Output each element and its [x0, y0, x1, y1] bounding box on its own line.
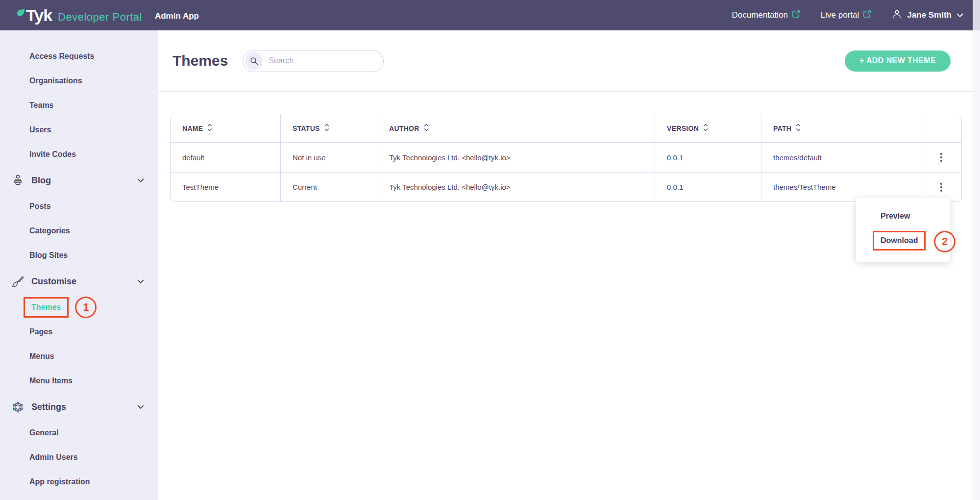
- search-icon: [245, 52, 263, 70]
- column-label: VERSION: [667, 125, 699, 132]
- logo-subtitle: Developer Portal: [58, 11, 142, 24]
- user-menu[interactable]: Jane Smith: [892, 9, 963, 22]
- chevron-down-icon: [137, 405, 144, 409]
- kebab-menu-icon[interactable]: [934, 179, 948, 196]
- blog-icon: [10, 174, 25, 187]
- external-link-icon: [863, 10, 871, 21]
- user-icon: [892, 9, 902, 22]
- user-name: Jane Smith: [907, 10, 952, 20]
- add-new-theme-button[interactable]: + ADD NEW THEME: [845, 50, 951, 72]
- chevron-down-icon: [137, 279, 144, 284]
- sidebar-item-themes[interactable]: Themes 1: [0, 295, 158, 320]
- sidebar-item-users[interactable]: Users: [0, 118, 158, 142]
- cell-version: 0.0.1: [655, 173, 761, 201]
- page-title: Themes: [172, 52, 228, 69]
- sidebar-item-menu-items[interactable]: Menu Items: [0, 369, 158, 393]
- column-header-name[interactable]: NAME: [171, 114, 281, 142]
- sidebar-item-access-requests[interactable]: Access Requests: [0, 44, 158, 69]
- kebab-menu-icon[interactable]: [934, 149, 948, 166]
- sidebar-item-invite-codes[interactable]: Invite Codes: [0, 142, 158, 167]
- documentation-label: Documentation: [732, 10, 788, 20]
- cell-name: default: [171, 143, 281, 172]
- sidebar-item-app-registration[interactable]: App registration: [0, 470, 158, 494]
- sidebar-item-pages[interactable]: Pages: [0, 320, 158, 344]
- sidebar-item-blog-sites[interactable]: Blog Sites: [0, 243, 158, 268]
- sidebar-item-admin-users[interactable]: Admin Users: [0, 445, 158, 470]
- cell-version: 0.0.1: [655, 143, 761, 172]
- page-header: Themes + ADD NEW THEME: [158, 30, 980, 92]
- themes-table: NAME STATUS AUTHOR VERSION PATH defa: [170, 114, 962, 202]
- sidebar-section-label: Customise: [31, 276, 76, 287]
- sidebar-item-posts[interactable]: Posts: [0, 194, 158, 219]
- sidebar-item-general[interactable]: General: [0, 421, 158, 445]
- chevron-down-icon: [137, 178, 144, 183]
- search-input[interactable]: [263, 56, 381, 65]
- sidebar-item-label: Invite Codes: [29, 150, 76, 159]
- cell-status: Current: [281, 173, 377, 201]
- column-header-version[interactable]: VERSION: [655, 114, 761, 142]
- documentation-link[interactable]: Documentation: [732, 10, 800, 21]
- chevron-down-icon: [956, 10, 963, 20]
- menu-item-label: Download: [881, 236, 918, 245]
- row-actions-menu: Preview Download 2: [856, 198, 950, 262]
- cell-name: TestTheme: [171, 173, 281, 201]
- sidebar-item-label: Teams: [29, 101, 54, 110]
- sidebar-item-label: Categories: [29, 226, 70, 235]
- sidebar-section-label: Settings: [31, 402, 66, 412]
- sidebar-item-teams[interactable]: Teams: [0, 93, 158, 118]
- sort-icon: [796, 124, 801, 133]
- sidebar-item-label: Access Requests: [29, 52, 95, 61]
- sort-icon: [424, 124, 429, 133]
- main-content: Themes + ADD NEW THEME NAME STATUS AUTHO…: [158, 30, 980, 500]
- sort-icon: [207, 124, 212, 133]
- sidebar-section-settings[interactable]: Settings: [0, 393, 158, 421]
- table-row-default: default Not in use Tyk Technologies Ltd.…: [171, 143, 961, 172]
- sidebar-section-blog[interactable]: Blog: [0, 167, 158, 194]
- tyk-logo[interactable]: Tyk Developer Portal: [17, 7, 142, 24]
- sidebar-item-label-active: Themes: [31, 303, 61, 312]
- cell-path: themes/TestTheme: [761, 173, 921, 201]
- sort-icon: [324, 124, 329, 133]
- cell-path: themes/default: [761, 143, 921, 172]
- sidebar-item-menus[interactable]: Menus: [0, 344, 158, 369]
- live-portal-label: Live portal: [821, 10, 859, 20]
- cell-author: Tyk Technologies Ltd. <hello@tyk.io>: [377, 173, 655, 201]
- tyk-leaf-icon: [17, 9, 25, 19]
- menu-item-preview[interactable]: Preview: [856, 204, 950, 228]
- external-link-icon: [792, 10, 800, 21]
- sidebar-section-customise[interactable]: Customise: [0, 268, 158, 295]
- annotation-circle-step2: 2: [934, 231, 956, 252]
- column-header-status[interactable]: STATUS: [281, 114, 377, 142]
- sidebar-item-label: Menu Items: [29, 376, 73, 385]
- column-label: AUTHOR: [389, 125, 419, 132]
- gear-icon: [10, 400, 25, 414]
- table-header-row: NAME STATUS AUTHOR VERSION PATH: [171, 114, 961, 143]
- app-label: Admin App: [155, 11, 199, 21]
- annotation-box-step1: Themes: [24, 297, 69, 318]
- sidebar-item-organisations[interactable]: Organisations: [0, 69, 158, 93]
- search-box: [243, 50, 384, 72]
- sidebar-item-label: Admin Users: [29, 453, 78, 462]
- sidebar-item-label: Users: [29, 125, 51, 134]
- sidebar-item-label: App registration: [29, 477, 90, 486]
- sidebar-item-label: Posts: [29, 202, 51, 211]
- column-label: PATH: [773, 125, 791, 132]
- annotation-circle-step1: 1: [75, 297, 97, 318]
- logo-text: Tyk: [26, 7, 52, 24]
- menu-item-label: Preview: [881, 212, 910, 221]
- sidebar-item-categories[interactable]: Categories: [0, 219, 158, 243]
- cell-author: Tyk Technologies Ltd. <hello@tyk.io>: [377, 143, 655, 172]
- annotation-box-step2: Download: [873, 231, 926, 250]
- app-header: Tyk Developer Portal Admin App Documenta…: [0, 0, 980, 30]
- sidebar-item-label: General: [29, 428, 59, 437]
- cell-status: Not in use: [281, 143, 377, 172]
- vertical-scrollbar[interactable]: [973, 0, 980, 500]
- column-header-path[interactable]: PATH: [761, 114, 921, 142]
- column-header-actions: [921, 114, 961, 142]
- sidebar-item-label: Blog Sites: [29, 251, 68, 260]
- table-row-testtheme: TestTheme Current Tyk Technologies Ltd. …: [171, 172, 961, 201]
- live-portal-link[interactable]: Live portal: [821, 10, 871, 21]
- sidebar-section-label: Blog: [31, 175, 51, 186]
- sidebar-item-label: Organisations: [29, 76, 82, 85]
- column-header-author[interactable]: AUTHOR: [377, 114, 655, 142]
